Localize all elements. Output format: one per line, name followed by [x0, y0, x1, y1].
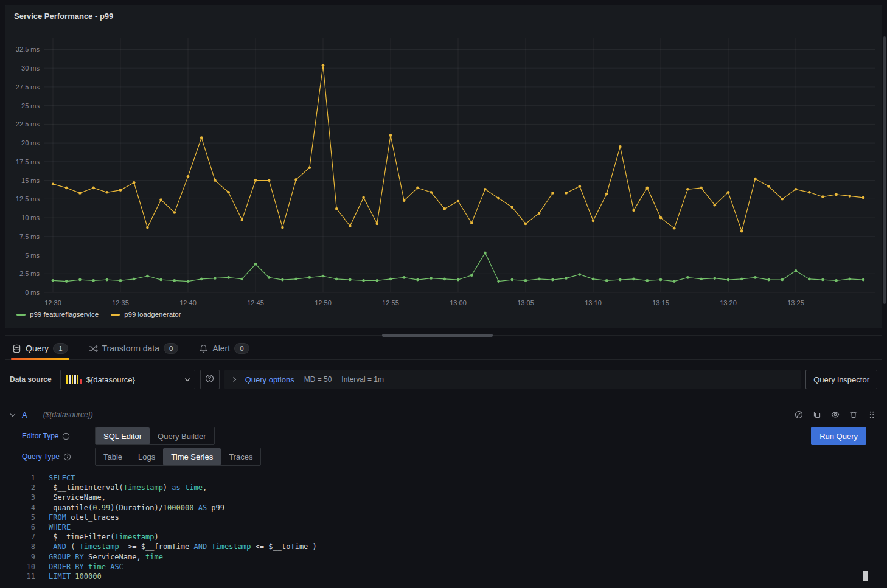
svg-text:12:55: 12:55 — [382, 299, 399, 306]
query-options-bar[interactable]: Query options MD = 50 Interval = 1m — [224, 370, 801, 389]
legend-swatch-green — [16, 314, 26, 316]
tab-label: Transform data — [102, 344, 159, 353]
svg-text:10 ms: 10 ms — [21, 214, 40, 221]
duplicate-query-icon[interactable] — [813, 410, 821, 419]
tab-label: Query — [26, 344, 49, 353]
tab-label: Alert — [212, 344, 230, 353]
interval-stat: Interval = 1m — [341, 375, 384, 384]
svg-text:12:50: 12:50 — [315, 299, 332, 306]
horizontal-scrollbar — [5, 334, 882, 337]
svg-text:0 ms: 0 ms — [25, 289, 40, 296]
svg-text:13:15: 13:15 — [652, 299, 669, 306]
datasource-picker[interactable]: ${datasource} — [60, 370, 195, 389]
datasource-help-button[interactable] — [200, 370, 220, 389]
page-scrollbar-thumb[interactable] — [883, 36, 886, 304]
tab-transform-data[interactable]: Transform data 0 — [88, 343, 180, 359]
svg-text:13:00: 13:00 — [450, 299, 467, 306]
legend-swatch-yellow — [111, 314, 120, 316]
panel-header[interactable]: Service Performance - p99 — [5, 5, 882, 22]
svg-text:7.5 ms: 7.5 ms — [19, 233, 40, 240]
database-icon — [12, 344, 21, 353]
hide-response-icon[interactable] — [831, 410, 840, 419]
run-query-button[interactable]: Run Query — [811, 427, 866, 445]
option-sql-editor[interactable]: SQL Editor — [96, 427, 150, 444]
legend-item-featureflagservice[interactable]: p99 featureflagservice — [16, 311, 99, 318]
svg-text:12:30: 12:30 — [44, 299, 61, 306]
query-row-header[interactable]: A (${datasource}) — [11, 407, 876, 422]
line-numbers: 1234567891011 — [17, 473, 35, 581]
svg-text:17.5 ms: 17.5 ms — [16, 158, 40, 165]
svg-text:20 ms: 20 ms — [21, 139, 40, 147]
timeseries-chart[interactable]: 0 ms2.5 ms5 ms7.5 ms10 ms12.5 ms15 ms17.… — [8, 22, 879, 310]
timeseries-panel: Service Performance - p99 0 ms2.5 ms5 ms… — [5, 5, 882, 328]
editor-scrollbar-thumb[interactable] — [863, 571, 868, 581]
option-query-builder[interactable]: Query Builder — [150, 427, 214, 444]
svg-text:32.5 ms: 32.5 ms — [16, 46, 40, 53]
datasource-value: ${datasource} — [86, 375, 181, 384]
editor-type-row: Editor Type SQL Editor Query Builder Run… — [22, 427, 876, 445]
svg-text:12:45: 12:45 — [247, 299, 264, 306]
svg-text:12:40: 12:40 — [179, 299, 197, 306]
tab-count-badge: 0 — [234, 343, 249, 354]
chevron-down-icon — [184, 376, 189, 381]
option-traces[interactable]: Traces — [221, 448, 260, 465]
question-circle-icon — [205, 374, 214, 385]
svg-text:2.5 ms: 2.5 ms — [19, 270, 40, 277]
info-circle-icon[interactable] — [62, 432, 70, 440]
query-refid: A — [22, 410, 27, 420]
max-datapoints-stat: MD = 50 — [304, 375, 332, 384]
query-toolbar: Data source ${datasource} Query options … — [5, 370, 882, 389]
editor-type-label-group: Editor Type — [22, 432, 95, 440]
svg-text:22.5 ms: 22.5 ms — [16, 120, 40, 128]
datasource-label: Data source — [10, 375, 52, 384]
editor-type-group: SQL Editor Query Builder — [95, 427, 215, 445]
option-time-series[interactable]: Time Series — [163, 448, 221, 465]
sql-code[interactable]: SELECT $__timeInterval(Timestamp) as tim… — [49, 473, 876, 581]
panel-title: Service Performance - p99 — [14, 12, 113, 21]
chart-area: 0 ms2.5 ms5 ms7.5 ms10 ms12.5 ms15 ms17.… — [5, 22, 882, 310]
svg-text:13:25: 13:25 — [787, 299, 804, 306]
clickhouse-logo-icon — [66, 375, 82, 384]
tab-count-badge: 1 — [53, 343, 68, 354]
svg-text:13:10: 13:10 — [585, 299, 602, 306]
query-type-label: Query Type — [22, 452, 60, 461]
svg-text:5 ms: 5 ms — [25, 252, 40, 259]
svg-text:13:05: 13:05 — [517, 299, 534, 306]
editor-tabbar: Query 1 Transform data 0 Alert 0 — [5, 337, 882, 360]
svg-text:30 ms: 30 ms — [21, 64, 40, 72]
chart-legend: p99 featureflagservice p99 loadgenerator — [5, 310, 882, 318]
svg-text:12.5 ms: 12.5 ms — [16, 195, 40, 202]
legend-item-loadgenerator[interactable]: p99 loadgenerator — [111, 311, 181, 318]
bell-icon — [199, 344, 208, 353]
chevron-right-icon — [231, 377, 235, 382]
svg-text:27.5 ms: 27.5 ms — [16, 83, 40, 91]
grafana-panel-editor: Service Performance - p99 0 ms2.5 ms5 ms… — [0, 0, 887, 588]
horizontal-scrollbar-thumb[interactable] — [382, 334, 493, 337]
shuffle-icon — [89, 344, 98, 353]
option-logs[interactable]: Logs — [130, 448, 163, 465]
query-options-toggle[interactable]: Query options — [245, 375, 294, 384]
svg-text:25 ms: 25 ms — [21, 102, 40, 109]
query-inspector-button[interactable]: Query inspector — [805, 370, 877, 389]
svg-text:13:20: 13:20 — [720, 299, 737, 306]
drag-handle-icon[interactable] — [868, 410, 876, 419]
svg-text:15 ms: 15 ms — [21, 177, 40, 184]
query-type-group: Table Logs Time Series Traces — [95, 448, 261, 466]
legend-label: p99 featureflagservice — [30, 311, 99, 318]
svg-text:12:35: 12:35 — [112, 299, 129, 306]
sql-code-editor[interactable]: 1234567891011 SELECT $__timeInterval(Tim… — [17, 473, 876, 581]
query-type-row: Query Type Table Logs Time Series Traces — [22, 448, 876, 466]
option-table[interactable]: Table — [96, 448, 130, 465]
legend-label: p99 loadgenerator — [124, 311, 181, 318]
disable-query-icon[interactable] — [795, 410, 803, 419]
tab-query[interactable]: Query 1 — [11, 343, 69, 359]
query-type-label-group: Query Type — [22, 452, 95, 461]
info-circle-icon[interactable] — [63, 453, 71, 461]
editor-type-label: Editor Type — [22, 432, 58, 440]
tab-count-badge: 0 — [164, 343, 178, 354]
tab-alert[interactable]: Alert 0 — [198, 343, 250, 359]
remove-query-icon[interactable] — [849, 410, 858, 419]
query-datasource-hint: (${datasource}) — [43, 410, 93, 419]
collapse-chevron-icon[interactable] — [10, 412, 15, 417]
